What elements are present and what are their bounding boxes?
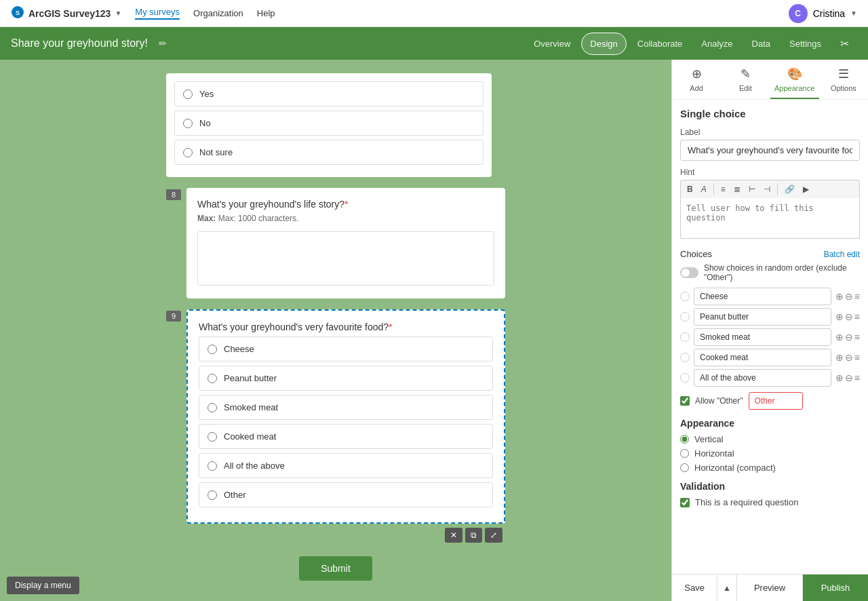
tool-options[interactable]: ☰ Options [819,60,868,99]
radio-cookedmeat[interactable] [208,432,217,442]
radio-smokedmeat[interactable] [208,403,217,412]
preview-button[interactable]: Preview [737,575,803,601]
radio-option-yes[interactable]: Yes [174,81,484,106]
random-order-row: Show choices in random order (exclude "O… [680,263,860,282]
tool-add[interactable]: ⊕ Add [672,60,721,99]
choice-remove-cookedmeat[interactable]: ⊖ [845,352,853,363]
choice-drag-peanutbutter[interactable]: ≡ [854,311,860,322]
display-menu-button[interactable]: Display a menu [7,577,79,594]
brand-dropdown-arrow[interactable]: ▼ [115,9,121,17]
choice-add-peanutbutter[interactable]: ⊕ [835,311,844,322]
tab-design[interactable]: Design [581,33,626,55]
share-icon-button[interactable]: ✂ [832,32,857,56]
top-nav-links: My surveys Organization Help [135,7,275,20]
choice-add-cheese[interactable]: ⊕ [835,291,844,302]
brand[interactable]: S ArcGIS Survey123 ▼ [11,5,121,21]
appearance-icon: 🎨 [787,66,802,81]
appearance-vertical-radio[interactable] [680,435,689,444]
tab-analyze[interactable]: Analyze [693,33,741,54]
choice-remove-cheese[interactable]: ⊖ [845,291,853,302]
user-dropdown-arrow[interactable]: ▼ [850,9,857,17]
radio-other[interactable] [208,490,217,500]
radio-option-smokedmeat[interactable]: Smoked meat [199,395,493,420]
batch-edit-link[interactable]: Batch edit [824,250,860,259]
radio-option-other[interactable]: Other [199,482,493,507]
nav-link-organization[interactable]: Organization [193,8,243,18]
hint-indent-btn[interactable]: ⊢ [745,183,759,195]
choice-input-cheese[interactable] [694,288,831,305]
choice-remove-smokedmeat[interactable]: ⊖ [845,332,853,343]
right-panel: ⊕ Add ✎ Edit 🎨 Appearance ☰ Options Sing… [671,60,868,601]
radio-peanutbutter[interactable] [208,374,217,383]
life-story-textarea[interactable] [197,231,494,286]
appearance-horizontal-compact-radio[interactable] [680,463,689,472]
tab-data[interactable]: Data [744,33,778,54]
hint-ul-btn[interactable]: ≣ [730,183,744,195]
hint-ol-btn[interactable]: ≡ [717,183,729,195]
tab-collaborate[interactable]: Collaborate [629,33,691,54]
choice-drag-cookedmeat[interactable]: ≡ [854,352,860,363]
choice-actions-allabove: ⊕ ⊖ ≡ [835,372,860,383]
choice-add-smokedmeat[interactable]: ⊕ [835,332,844,343]
hint-link-btn[interactable]: 🔗 [781,183,798,195]
radio-option-cookedmeat[interactable]: Cooked meat [199,424,493,449]
main-layout: Yes No Not sure 8 What's your greyhound'… [0,60,868,601]
hint-italic-btn[interactable]: A [698,183,710,195]
choice-input-peanutbutter[interactable] [694,308,831,326]
tab-overview[interactable]: Overview [526,33,578,54]
choice-drag-cheese[interactable]: ≡ [854,291,860,302]
choice-actions-smokedmeat: ⊕ ⊖ ≡ [835,332,860,343]
username: Cristina [813,8,845,19]
allow-other-checkbox[interactable] [680,396,690,406]
duplicate-question-button[interactable]: ⧉ [465,528,482,543]
move-question-button[interactable]: ⤢ [485,528,502,543]
hint-bold-btn[interactable]: B [684,183,696,195]
choice-drag-allabove[interactable]: ≡ [854,372,860,383]
choice-remove-allabove[interactable]: ⊖ [845,372,853,383]
avatar[interactable]: C [789,4,808,23]
choice-remove-peanutbutter[interactable]: ⊖ [845,311,853,322]
hint-textarea[interactable] [680,198,860,239]
radio-option-no[interactable]: No [174,111,484,136]
question-number-8: 8 [166,189,181,200]
choice-input-allabove[interactable] [694,369,831,387]
appearance-section: Appearance Vertical Horizontal Horizonta… [680,418,860,473]
radio-yes[interactable] [183,90,193,99]
choice-input-cookedmeat[interactable] [694,349,831,366]
radio-notsure[interactable] [183,148,193,157]
hint-media-btn[interactable]: ▶ [800,183,812,195]
nav-link-mysurveys[interactable]: My surveys [135,7,180,20]
nav-link-help[interactable]: Help [257,8,275,18]
radio-cheese[interactable] [208,345,217,354]
other-label-input[interactable] [749,392,803,410]
edit-title-button[interactable]: ✏ [156,35,170,52]
save-button[interactable]: Save [672,575,717,601]
appearance-horizontal-radio[interactable] [680,449,689,458]
radio-option-allabove[interactable]: All of the above [199,453,493,478]
radio-option-cheese[interactable]: Cheese [199,336,493,362]
publish-button[interactable]: Publish [803,575,868,601]
label-input[interactable] [680,140,860,161]
panel-content: Single choice Label Hint B A ≡ ≣ ⊢ ⊣ 🔗 ▶ [672,100,868,574]
choice-add-cookedmeat[interactable]: ⊕ [835,352,844,363]
submit-button[interactable]: Submit [299,556,372,581]
required-checkbox[interactable] [680,498,690,507]
radio-allabove[interactable] [208,461,217,471]
delete-question-button[interactable]: ✕ [445,528,462,543]
tab-settings[interactable]: Settings [781,33,829,54]
canvas-wrapper: Yes No Not sure 8 What's your greyhound'… [166,73,505,581]
hint-outdent-btn[interactable]: ⊣ [760,183,774,195]
radio-option-peanutbutter[interactable]: Peanut butter [199,366,493,391]
required-marker-8: * [344,199,348,210]
radio-no[interactable] [183,119,193,128]
allow-other-row: Allow "Other" [680,392,860,410]
random-order-toggle[interactable] [680,267,698,278]
choice-drag-smokedmeat[interactable]: ≡ [854,332,860,343]
save-dropdown-button[interactable]: ▲ [717,575,737,601]
tool-appearance[interactable]: 🎨 Appearance [770,60,819,99]
radio-option-notsure[interactable]: Not sure [174,140,484,165]
choice-add-allabove[interactable]: ⊕ [835,372,844,383]
choice-input-smokedmeat[interactable] [694,328,831,346]
choice-radio-allabove [680,373,690,383]
tool-edit[interactable]: ✎ Edit [721,60,770,99]
